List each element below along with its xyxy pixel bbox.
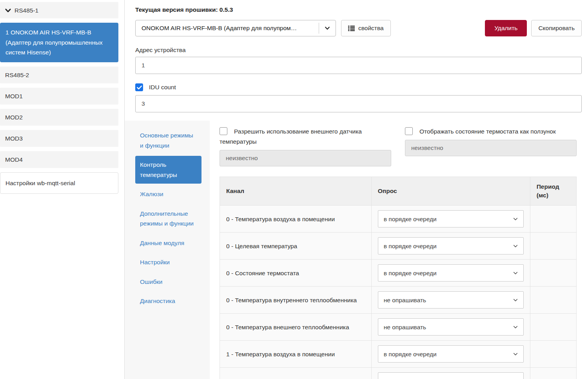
tab-module-data[interactable]: Данные модуля <box>135 234 201 252</box>
sidebar-item-mod4[interactable]: MOD4 <box>0 151 118 168</box>
channel-cell: 0 - Температура воздуха в помещении <box>220 206 372 233</box>
sidebar-item-mod3[interactable]: MOD3 <box>0 130 118 147</box>
poll-select-value: в порядке очереди <box>384 241 437 251</box>
chevron-down-icon <box>513 217 518 221</box>
poll-select-value: в порядке очереди <box>384 376 437 379</box>
period-cell <box>530 341 576 368</box>
chevron-down-icon <box>5 8 11 13</box>
channel-cell: 0 - Состояние термостата <box>220 260 372 287</box>
header-poll: Опрос <box>371 177 530 206</box>
external-sensor-label: Разрешить использование внешнего датчика… <box>220 128 362 145</box>
device-type-select[interactable]: ONOKOM AIR HS-VRF-MB-B (Адаптер для полу… <box>135 20 336 36</box>
sidebar-item-mod1[interactable]: MOD1 <box>0 88 118 105</box>
tab-louvers[interactable]: Жалюзи <box>135 185 201 203</box>
chevron-down-icon <box>513 298 518 302</box>
chevron-down-icon <box>513 325 518 329</box>
poll-cell: в порядке очереди <box>371 260 530 287</box>
poll-select-value: в порядке очереди <box>384 349 437 359</box>
idu-count-checkbox[interactable] <box>135 83 143 91</box>
channel-cell: 0 - Целевая температура <box>220 233 372 260</box>
poll-cell: в порядке очереди <box>371 341 530 368</box>
device-controls-row: ONOKOM AIR HS-VRF-MB-B (Адаптер для полу… <box>135 20 582 36</box>
sidebar-group-label: RS485-1 <box>15 6 38 14</box>
tab-content: Разрешить использование внешнего датчика… <box>210 121 588 379</box>
poll-cell: не опрашивать <box>371 287 530 314</box>
thermostat-slider-option: Отображать состояние термостата как полз… <box>405 126 577 166</box>
table-row: 1 - Целевая температура в порядке очеред… <box>220 368 577 379</box>
chevron-down-icon <box>513 271 518 275</box>
sidebar-item-rs485-2[interactable]: RS485-2 <box>0 67 118 83</box>
poll-select-value: не опрашивать <box>384 295 426 305</box>
chevron-down-icon <box>319 26 336 31</box>
poll-select[interactable]: не опрашивать <box>378 291 524 309</box>
address-input[interactable] <box>135 57 582 74</box>
tab-temperature-control[interactable]: Контроль температуры <box>135 156 201 184</box>
tab-settings[interactable]: Настройки <box>135 253 201 271</box>
poll-select[interactable]: не опрашивать <box>378 318 524 336</box>
tab-errors[interactable]: Ошибки <box>135 273 201 291</box>
channel-cell: 1 - Температура воздуха в помещении <box>220 341 372 368</box>
sidebar: RS485-1 1 ONOKOM AIR HS-VRF-MB-B (Адапте… <box>0 0 124 379</box>
poll-cell: в порядке очереди <box>371 233 530 260</box>
options-row: Разрешить использование внешнего датчика… <box>220 126 577 166</box>
sidebar-item-settings[interactable]: Настройки wb-mqtt-serial <box>0 172 118 194</box>
thermostat-slider-checkbox[interactable] <box>405 127 413 135</box>
tabs-section: Основные режимы и функции Контроль темпе… <box>125 121 588 379</box>
period-cell <box>530 368 576 379</box>
poll-cell: не опрашивать <box>371 314 530 341</box>
device-header-area: Текущая версия прошивки: 0.5.3 ONOKOM AI… <box>125 6 588 112</box>
poll-select-value: не опрашивать <box>384 322 426 332</box>
poll-select[interactable]: в порядке очереди <box>378 264 524 282</box>
period-cell <box>530 314 576 341</box>
copy-button[interactable]: Скопировать <box>531 20 582 36</box>
table-row: 0 - Температура воздуха в помещении в по… <box>220 206 577 233</box>
channel-cell: 0 - Температура внешнего теплообменника <box>220 314 372 341</box>
poll-select[interactable]: в порядке очереди <box>378 372 524 379</box>
poll-select[interactable]: в порядке очереди <box>378 237 524 254</box>
poll-select-value: в порядке очереди <box>384 214 437 224</box>
properties-button-label: свойства <box>358 25 384 32</box>
tab-main-modes[interactable]: Основные режимы и функции <box>135 126 201 154</box>
external-sensor-option: Разрешить использование внешнего датчика… <box>220 126 391 166</box>
poll-select[interactable]: в порядке очереди <box>378 345 524 363</box>
thermostat-slider-label-row: Отображать состояние термостата как полз… <box>405 126 577 137</box>
table-row: 0 - Состояние термостата в порядке очере… <box>220 260 577 287</box>
table-header-row: Канал Опрос Период (мс) <box>220 177 577 206</box>
table-row: 0 - Температура внутреннего теплообменни… <box>220 287 577 314</box>
poll-select-value: в порядке очереди <box>384 268 437 278</box>
address-label: Адрес устройства <box>135 47 582 54</box>
header-period: Период (мс) <box>530 177 576 206</box>
properties-button[interactable]: свойства <box>341 20 391 36</box>
idu-count-input[interactable] <box>135 95 582 112</box>
tab-rail: Основные режимы и функции Контроль темпе… <box>125 121 210 379</box>
channel-cell: 0 - Температура внутреннего теплообменни… <box>220 287 372 314</box>
table-row: 1 - Температура воздуха в помещении в по… <box>220 341 577 368</box>
period-cell <box>530 206 576 233</box>
idu-count-label: IDU count <box>149 84 176 91</box>
header-channel: Канал <box>220 177 372 206</box>
sidebar-group-rs485-1[interactable]: RS485-1 <box>0 2 118 18</box>
external-sensor-label-row: Разрешить использование внешнего датчика… <box>220 126 391 147</box>
tab-diagnostics[interactable]: Диагностика <box>135 292 201 310</box>
check-icon <box>137 85 142 90</box>
app: RS485-1 1 ONOKOM AIR HS-VRF-MB-B (Адапте… <box>0 0 588 379</box>
channel-cell: 1 - Целевая температура <box>220 368 372 379</box>
main-panel: Текущая версия прошивки: 0.5.3 ONOKOM AI… <box>124 0 588 379</box>
table-row: 0 - Температура внешнего теплообменника … <box>220 314 577 341</box>
external-sensor-checkbox[interactable] <box>220 127 227 135</box>
sidebar-item-mod2[interactable]: MOD2 <box>0 109 118 126</box>
period-cell <box>530 260 576 287</box>
thermostat-slider-label: Отображать состояние термостата как полз… <box>419 128 556 135</box>
poll-select[interactable]: в порядке очереди <box>378 210 524 227</box>
external-sensor-value <box>220 150 391 166</box>
delete-button[interactable]: Удалить <box>485 20 527 36</box>
period-cell <box>530 233 576 260</box>
firmware-version: Текущая версия прошивки: 0.5.3 <box>135 6 582 13</box>
tab-additional-modes[interactable]: Дополнительные режимы и функции <box>135 205 201 233</box>
poll-cell: в порядке очереди <box>371 206 530 233</box>
chevron-down-icon <box>513 352 518 356</box>
table-row: 0 - Целевая температура в порядке очеред… <box>220 233 577 260</box>
sidebar-item-device-selected[interactable]: 1 ONOKOM AIR HS-VRF-MB-B (Адаптер для по… <box>0 23 118 62</box>
chevron-down-icon <box>513 244 518 248</box>
channels-table: Канал Опрос Период (мс) 0 - Температура … <box>220 177 577 379</box>
